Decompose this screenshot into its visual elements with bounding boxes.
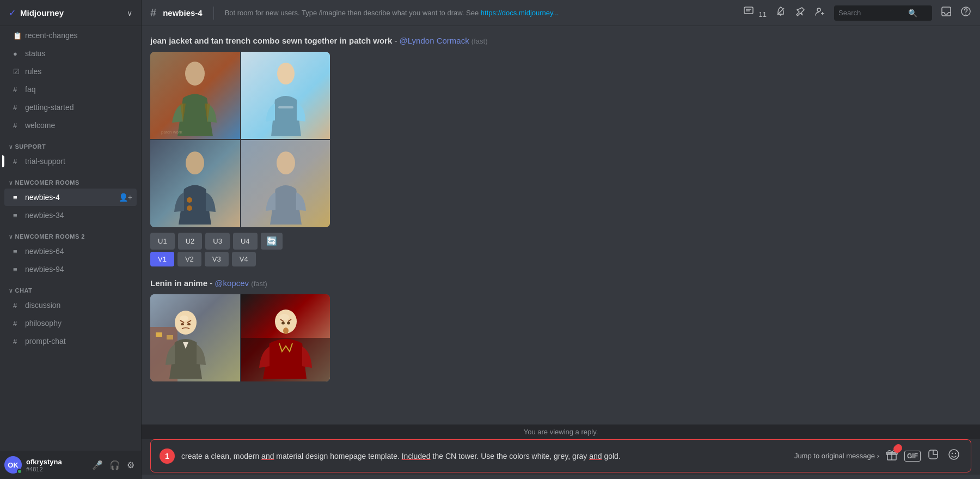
add-member-icon[interactable] (814, 6, 825, 20)
svg-point-29 (180, 316, 188, 321)
search-input[interactable] (838, 9, 904, 17)
deafen-button[interactable]: 🎧 (107, 458, 122, 472)
sidebar-item-discussion[interactable]: # discussion (4, 296, 137, 314)
svg-point-23 (277, 151, 295, 174)
sidebar-item-welcome[interactable]: # welcome (4, 117, 137, 134)
svg-point-33 (187, 323, 191, 325)
hash-icon-discussion: # (13, 301, 22, 310)
gift-button[interactable]: 3 + (884, 446, 900, 465)
sidebar-item-rules[interactable]: ☑ rules (4, 63, 137, 80)
docs-link[interactable]: https://docs.midjourney... (481, 9, 559, 17)
variation-buttons-fashion: V1 V2 V3 V4 (150, 252, 971, 266)
sidebar-item-newbies-34[interactable]: ≡ newbies-34 (4, 207, 137, 224)
svg-point-28 (175, 311, 197, 335)
image-grid-fashion: patch work (150, 52, 330, 227)
image-cell-4 (241, 140, 330, 227)
user-info: ofkrystyna #4812 (26, 458, 85, 472)
svg-text:patch work: patch work (161, 130, 183, 135)
channel-description: Bot room for new users. Type /imagine th… (225, 9, 737, 17)
upscale-1-button[interactable]: U1 (150, 233, 175, 250)
notifications-icon[interactable] (775, 6, 786, 20)
svg-point-32 (181, 323, 184, 325)
underline-and-1: and (261, 452, 274, 460)
main-content: # newbies-4 Bot room for new users. Type… (142, 0, 980, 479)
hash-icon-prompt-chat: # (13, 337, 22, 345)
category-newcomer-rooms-2[interactable]: ∨ NEWCOMER ROOMS 2 (0, 225, 141, 242)
sidebar-item-newbies-94[interactable]: ≡ newbies-94 (4, 260, 137, 278)
thread-count-icon[interactable]: 11 (743, 6, 767, 20)
forum-icon-newbies-64: ≡ (13, 247, 22, 256)
mention-anime: @kopcev (215, 278, 249, 288)
emoji-button[interactable] (946, 446, 962, 465)
image-cell-1: patch work (150, 52, 240, 139)
upscale-3-button[interactable]: U3 (205, 233, 230, 250)
hash-icon-welcome: # (13, 122, 22, 130)
message-prompt-fashion: jean jacket and tan trench combo sewn to… (150, 35, 971, 46)
svg-point-19 (186, 151, 204, 174)
image-cell-2 (241, 52, 330, 139)
avatar: OK (4, 456, 22, 474)
svg-point-21 (187, 205, 192, 211)
mute-button[interactable]: 🎤 (90, 458, 105, 472)
speed-tag-anime: (fast) (251, 280, 267, 288)
status-icon: ● (13, 50, 22, 58)
sidebar-item-philosophy[interactable]: # philosophy (4, 314, 137, 332)
user-area: OK ofkrystyna #4812 🎤 🎧 ⚙ (0, 451, 141, 479)
help-icon[interactable] (960, 6, 971, 20)
sidebar-item-status[interactable]: ● status (4, 45, 137, 62)
sidebar-item-getting-started[interactable]: # getting-started (4, 99, 137, 116)
header-icons: 11 (743, 5, 971, 21)
svg-point-20 (187, 197, 192, 203)
underline-and-2: and (589, 452, 602, 460)
prompt-text-anime: Lenin in anime (150, 278, 207, 288)
sidebar-item-prompt-chat[interactable]: # prompt-chat (4, 332, 137, 350)
sticker-button[interactable] (925, 446, 941, 465)
category-chat[interactable]: ∨ CHAT (0, 278, 141, 296)
fashion-svg-4 (241, 140, 330, 227)
sidebar-item-faq[interactable]: # faq (4, 81, 137, 98)
reply-actions: Jump to original message › 3 + GIF (794, 446, 962, 465)
sidebar-item-recent-changes[interactable]: 📋 recent-changes (4, 27, 137, 44)
sidebar-item-newbies-64[interactable]: ≡ newbies-64 (4, 242, 137, 260)
svg-rect-26 (156, 332, 162, 337)
message-prompt-anime: Lenin in anime - @kopcev (fast) (150, 277, 971, 289)
anime-svg-2 (241, 294, 330, 381)
svg-point-48 (952, 453, 953, 454)
chevron-down-icon: ∨ (9, 144, 13, 150)
category-newcomer-rooms[interactable]: ∨ NEWCOMER ROOMS (0, 171, 141, 188)
variation-2-button[interactable]: V2 (177, 252, 201, 266)
viewing-reply-text: You are viewing a reply. (524, 428, 598, 436)
variation-1-button[interactable]: V1 (150, 252, 174, 266)
speed-tag-fashion: (fast) (471, 37, 488, 45)
sidebar-item-trial-support[interactable]: # trial-support (4, 153, 137, 170)
sidebar: ✓ Midjourney ∨ 📋 recent-changes ● status… (0, 0, 142, 479)
fashion-svg-1: patch work (150, 52, 240, 139)
pin-icon[interactable] (795, 6, 806, 20)
reply-text-content: create a clean, modern and material desi… (181, 452, 788, 460)
jump-to-original-button[interactable]: Jump to original message › (794, 452, 879, 460)
mention-fashion: @Lyndon Cormack (400, 36, 469, 45)
hash-icon-faq: # (13, 86, 22, 94)
message-group-fashion: jean jacket and tan trench combo sewn to… (150, 35, 971, 266)
svg-point-47 (949, 450, 959, 459)
reply-number-badge: 1 (160, 448, 175, 464)
sidebar-item-newbies-4[interactable]: ≡ newbies-4 👤+ (4, 189, 137, 206)
upscale-4-button[interactable]: U4 (233, 233, 258, 250)
add-user-icon[interactable]: 👤+ (119, 193, 132, 202)
category-support[interactable]: ∨ SUPPORT (0, 135, 141, 152)
variation-4-button[interactable]: V4 (232, 252, 256, 266)
server-header[interactable]: ✓ Midjourney ∨ (0, 0, 141, 26)
upscale-2-button[interactable]: U2 (178, 233, 203, 250)
refresh-button[interactable]: 🔄 (261, 233, 283, 250)
viewing-reply-bar: You are viewing a reply. (142, 425, 980, 439)
svg-point-41 (281, 322, 285, 325)
svg-point-38 (283, 328, 289, 334)
inbox-icon[interactable] (941, 6, 952, 20)
messages-area: jean jacket and tan trench combo sewn to… (142, 26, 980, 425)
header-divider (213, 7, 214, 20)
gif-button[interactable]: GIF (904, 451, 921, 462)
settings-button[interactable]: ⚙ (125, 458, 137, 472)
variation-3-button[interactable]: V3 (205, 252, 229, 266)
thread-count: 11 (759, 10, 767, 19)
message-input-area (142, 475, 980, 479)
